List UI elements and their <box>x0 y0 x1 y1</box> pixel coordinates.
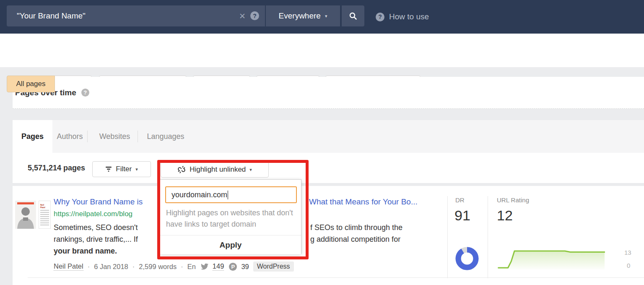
tab-authors-label: Authors <box>57 132 83 141</box>
language-code: En <box>187 263 196 271</box>
search-help-icon[interactable]: ? <box>250 11 259 20</box>
sparkline-max-label: 13 <box>624 249 631 256</box>
results-count: 5,571,214 pages <box>28 164 85 173</box>
filter-button-label: Filter <box>116 165 132 173</box>
results-toolbar-card: Pages Authors Websites Languages 5,571,2… <box>13 120 644 183</box>
ur-sparkline-area <box>499 251 605 269</box>
url-rating-value: 12 <box>497 207 513 224</box>
broken-link-icon <box>177 165 186 174</box>
description-line: Sometimes, SEO doesn't <box>54 222 138 233</box>
word-count: 2,599 words <box>139 263 177 271</box>
content-explorer-page: "Your Brand Name" ✕ ? Everywhere ▾ ? How… <box>0 0 644 285</box>
twitter-icon <box>201 263 208 270</box>
apply-label: Apply <box>220 241 242 250</box>
result-description-left: Sometimes, SEO doesn't rankings, drive t… <box>54 222 138 257</box>
highlight-unlinked-label: Highlight unlinked <box>190 165 246 174</box>
platform-badge: WordPress <box>253 261 294 272</box>
pinterest-share-count: 39 <box>241 263 249 271</box>
tab-websites[interactable]: Websites <box>92 120 137 153</box>
description-highlight: your brand name. <box>54 245 138 257</box>
publish-date: 6 Jan 2018 <box>94 263 128 271</box>
target-domain-value: yourdomain.com <box>171 191 227 199</box>
description-line: f SEOs to climb through the <box>310 222 402 233</box>
result-url[interactable]: https://neilpatel.com/blog <box>54 210 132 218</box>
filter-bar: All pages News Publication date ▾ Platfo… <box>0 34 644 67</box>
search-input[interactable]: "Your Brand Name" ✕ ? <box>7 5 265 26</box>
caret-down-icon: ▾ <box>135 167 138 172</box>
highlight-unlinked-popover: yourdomain.com Highlight pages on websit… <box>160 179 301 254</box>
caret-down-icon: ▾ <box>325 14 327 18</box>
dr-value: 91 <box>454 207 470 224</box>
caret-down-icon: ▾ <box>249 167 252 172</box>
tab-languages[interactable]: Languages <box>143 120 189 153</box>
thumbnail-author-text: Neil Patel <box>40 204 49 209</box>
stats-left-divider <box>447 196 448 278</box>
scope-label: Everywhere <box>279 11 321 21</box>
pinterest-icon: P <box>229 263 237 271</box>
result-description-right: f SEOs to climb through the g additional… <box>310 222 402 245</box>
tab-languages-label: Languages <box>147 132 184 141</box>
text-cursor <box>228 191 228 199</box>
search-button[interactable] <box>342 5 364 26</box>
help-icon: ? <box>376 13 384 21</box>
meta-separator: · <box>88 263 90 271</box>
pages-over-time-help-icon[interactable]: ? <box>81 89 89 97</box>
description-line: rankings, drive traffic,... If <box>54 233 138 245</box>
topbar: "Your Brand Name" ✕ ? Everywhere ▾ ? How… <box>0 0 644 34</box>
result-title-right[interactable]: What that Means for Your Bo... <box>309 197 418 207</box>
stats-mid-divider <box>488 196 488 278</box>
tab-separator <box>87 131 88 142</box>
row-divider <box>28 277 644 278</box>
result-thumbnail-page[interactable]: Neil Patel <box>39 201 51 229</box>
pages-over-time-card: Pages over time ? <box>13 77 644 109</box>
result-meta-row: Neil Patel · 6 Jan 2018 · 2,599 words · … <box>54 261 294 272</box>
tab-authors[interactable]: Authors <box>52 120 88 153</box>
dr-donut-arc <box>458 250 476 267</box>
tab-separator <box>138 131 138 142</box>
search-icon <box>349 12 357 20</box>
tab-pages[interactable]: Pages <box>13 120 52 153</box>
all-pages-label: All pages <box>16 80 46 88</box>
result-thumbnail-photo[interactable] <box>15 201 36 229</box>
author-link[interactable]: Neil Patel <box>54 262 83 271</box>
search-query-text: "Your Brand Name" <box>17 11 86 21</box>
highlight-unlinked-button[interactable]: Highlight unlinked ▾ <box>161 162 269 178</box>
sparkline-min-label: 0 <box>627 262 630 269</box>
filter-button[interactable]: Filter ▾ <box>92 161 151 177</box>
scope-dropdown[interactable]: Everywhere ▾ <box>265 5 340 26</box>
twitter-share-count[interactable]: 149 <box>213 262 224 271</box>
tab-strip <box>52 120 644 153</box>
tab-pages-label: Pages <box>21 132 44 141</box>
segment-all-pages[interactable]: All pages <box>7 76 55 92</box>
tab-websites-label: Websites <box>99 132 130 141</box>
filter-icon <box>105 166 112 172</box>
url-rating-sparkline <box>497 248 605 271</box>
dr-donut-chart <box>455 247 479 272</box>
how-to-use-label: How to use <box>389 12 429 21</box>
target-domain-input[interactable]: yourdomain.com <box>165 186 297 203</box>
url-rating-label: URL Rating <box>497 196 529 204</box>
dr-label: DR <box>455 196 465 204</box>
clear-search-icon[interactable]: ✕ <box>239 11 246 21</box>
how-to-use-link[interactable]: ? How to use <box>376 12 429 21</box>
meta-separator: · <box>181 263 183 271</box>
apply-button[interactable]: Apply <box>160 235 301 254</box>
thumbnail-text-lines <box>40 210 49 227</box>
result-title-left[interactable]: Why Your Brand Name is <box>54 197 143 207</box>
meta-separator: · <box>132 263 135 271</box>
popover-help-text: Highlight pages on websites that don't h… <box>166 207 297 230</box>
description-line: g additional competition for <box>310 233 402 245</box>
